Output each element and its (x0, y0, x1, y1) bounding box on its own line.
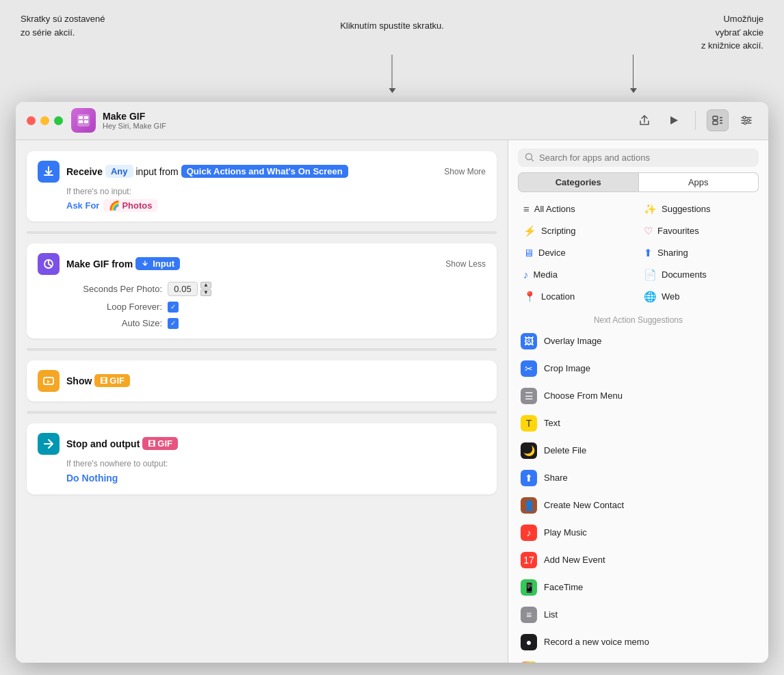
share-button[interactable] (633, 109, 655, 131)
input-badge[interactable]: Input (135, 257, 180, 270)
cat-icon: 📍 (523, 291, 536, 303)
category-item-suggestions[interactable]: ✨ Suggestions (638, 199, 759, 220)
suggestion-label: Add New Event (544, 555, 605, 565)
annotation-top-right: Umožňuje vybrať akcie z knižnice akcií. (701, 12, 763, 53)
loop-checkbox[interactable]: ✓ (168, 302, 179, 313)
source-badge[interactable]: Quick Actions and What's On Screen (181, 165, 348, 178)
suggestion-item[interactable]: ✂ Crop Image (514, 355, 763, 382)
play-button[interactable] (662, 109, 684, 131)
suggestion-item[interactable]: 📱 FaceTime (514, 574, 763, 601)
search-input[interactable] (539, 153, 752, 163)
app-icon (71, 108, 96, 133)
seconds-row: Seconds Per Photo: 0.05 ▲ ▼ (66, 282, 486, 296)
cat-label: Device (538, 248, 566, 258)
arrow-center-line (392, 55, 393, 92)
category-item-scripting[interactable]: ⚡ Scripting (518, 221, 638, 241)
cat-icon: ✨ (644, 203, 657, 215)
suggestion-icon: 🖼 (521, 333, 537, 349)
suggestion-label: Play Music (544, 527, 587, 538)
ask-for-button[interactable]: Ask For (66, 200, 99, 211)
suggestion-label: Text (544, 418, 560, 428)
category-item-sharing[interactable]: ⬆ Sharing (638, 243, 759, 263)
action-receive-text: Receive Any input from Quick Actions and… (66, 165, 437, 178)
autosize-checkbox[interactable]: ✓ (168, 318, 179, 329)
minimize-button[interactable] (40, 116, 49, 125)
category-item-all-actions[interactable]: ≡ All Actions (518, 199, 638, 220)
traffic-lights (27, 116, 63, 125)
actions-panel: Categories Apps ≡ All Actions✨ Suggestio… (508, 140, 768, 663)
gif-show-badge[interactable]: 🎞 GIF (94, 374, 130, 387)
loop-row: Loop Forever: ✓ (66, 302, 486, 313)
seconds-stepper[interactable]: 0.05 ▲ ▼ (168, 282, 211, 296)
svg-rect-1 (79, 116, 83, 119)
category-item-documents[interactable]: 📄 Documents (638, 265, 759, 285)
svg-rect-4 (84, 120, 88, 123)
suggestion-item[interactable]: ♪ Play Music (514, 519, 763, 546)
tab-categories[interactable]: Categories (518, 172, 639, 192)
cat-label: Sharing (657, 248, 688, 258)
category-item-device[interactable]: 🖥 Device (518, 243, 638, 263)
search-bar[interactable] (518, 148, 759, 167)
stop-icon (38, 433, 60, 455)
app-title-block: Make GIF Hey Siri, Make GIF (103, 111, 633, 130)
suggestion-label: List (544, 609, 558, 620)
tab-apps[interactable]: Apps (639, 172, 759, 192)
arrow-right-line (633, 55, 633, 92)
cat-icon: 🌐 (644, 291, 657, 303)
titlebar: Make GIF Hey Siri, Make GIF (16, 102, 768, 140)
suggestion-item[interactable]: ≡ List (514, 601, 763, 628)
suggestion-item[interactable]: T Text (514, 410, 763, 437)
action-show: Show 🎞 GIF (27, 360, 497, 401)
divider-2[interactable] (27, 348, 497, 351)
divider-1[interactable] (27, 231, 497, 234)
suggestion-item[interactable]: 🖼 Overlay Image (514, 328, 763, 355)
stepper-up[interactable]: ▲ (200, 282, 211, 289)
category-item-media[interactable]: ♪ Media (518, 265, 638, 285)
annotation-top-center: Kliknutím spustíte skratku. (340, 21, 444, 31)
show-less-button[interactable]: Show Less (445, 259, 486, 269)
suggestion-item[interactable]: 🌙 Delete File (514, 437, 763, 464)
suggestion-item[interactable]: ☰ Choose From Menu (514, 382, 763, 410)
gif-output-badge[interactable]: 🎞 GIF (142, 437, 178, 450)
suggestion-item[interactable]: ⬆ Share (514, 464, 763, 492)
suggestion-item[interactable]: ● Record a new voice memo (514, 628, 763, 656)
cat-label: Scripting (541, 226, 576, 236)
svg-rect-2 (79, 120, 83, 123)
category-item-favourites[interactable]: ♡ Favourites (638, 221, 759, 241)
cat-icon: 🖥 (523, 247, 534, 259)
action-make-gif: Make GIF from Input Show Less Seconds Pe… (27, 243, 497, 339)
suggestions-list: 🖼 Overlay Image✂ Crop Image☰ Choose From… (508, 328, 768, 663)
stepper-down[interactable]: ▼ (200, 289, 211, 296)
do-nothing-button[interactable]: Do Nothing (66, 471, 118, 485)
suggestion-label: Overlay Image (544, 336, 602, 346)
action-gif-header: Make GIF from Input Show Less (38, 253, 486, 275)
library-button[interactable] (707, 109, 729, 131)
divider-3[interactable] (27, 411, 497, 414)
app-name: Make GIF (103, 111, 633, 122)
cat-icon: ♡ (644, 225, 653, 237)
app-subtitle: Hey Siri, Make GIF (103, 122, 633, 130)
fullscreen-button[interactable] (54, 116, 63, 125)
svg-rect-0 (77, 114, 90, 127)
photos-badge[interactable]: 🌈 Photos (103, 199, 157, 212)
stop-subtext: If there's nowhere to output: (66, 459, 486, 468)
receive-icon (38, 161, 60, 183)
category-item-location[interactable]: 📍 Location (518, 287, 638, 307)
gif-details: Seconds Per Photo: 0.05 ▲ ▼ Loop Forever… (66, 282, 486, 329)
show-more-button[interactable]: Show More (444, 167, 486, 176)
settings-button[interactable] (735, 109, 757, 131)
category-item-web[interactable]: 🌐 Web (638, 287, 759, 307)
cat-icon: ⬆ (644, 247, 653, 259)
suggestion-icon: 🌈 (521, 661, 537, 663)
suggestion-icon: ⬆ (521, 470, 537, 486)
suggestion-label: Create New Contact (544, 500, 624, 510)
suggestion-label: Crop Image (544, 363, 590, 373)
suggestion-item[interactable]: 🌈 Select Photos (514, 656, 763, 663)
close-button[interactable] (27, 116, 36, 125)
any-badge[interactable]: Any (105, 165, 133, 178)
suggestion-label: Choose From Menu (544, 391, 623, 401)
suggestion-item[interactable]: 17 Add New Event (514, 546, 763, 574)
suggestion-icon: T (521, 415, 537, 432)
suggestion-icon: ♪ (521, 525, 537, 541)
suggestion-item[interactable]: 👤 Create New Contact (514, 492, 763, 519)
